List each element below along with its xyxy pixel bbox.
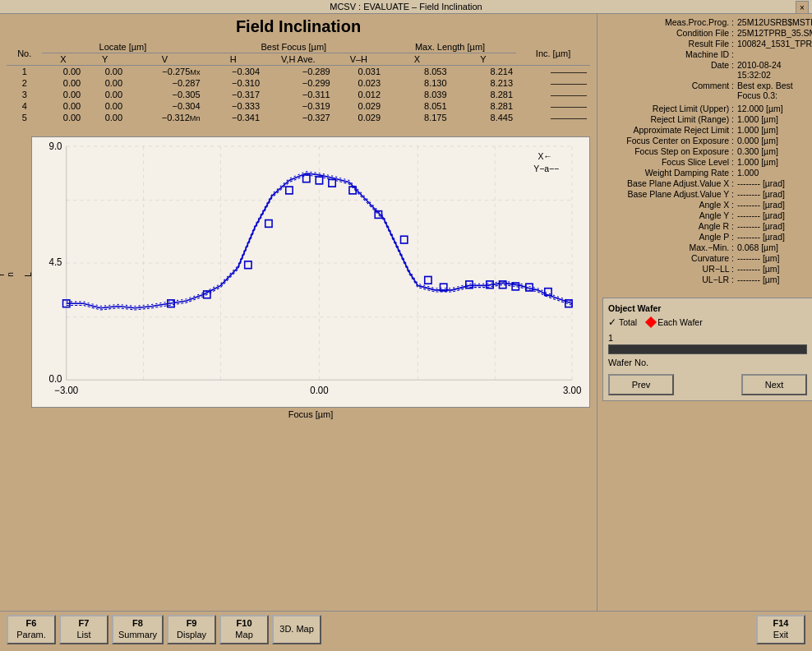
angle-r-value: -------- [µrad] <box>737 221 785 231</box>
angle-p-label: Angle P : <box>602 232 734 242</box>
col-v: V <box>126 53 203 66</box>
result-file-label: Result File : <box>602 39 734 48</box>
date-label: Date : <box>602 60 734 80</box>
col-no: No. <box>7 41 42 66</box>
result-file-value: 100824_1531_TPRB.ME <box>737 39 812 48</box>
col-mly: Y <box>450 53 517 66</box>
cell-y: 0.00 <box>84 77 126 89</box>
cell-inc: ———— <box>516 89 590 100</box>
f9-display-button[interactable]: F9 Display <box>167 615 216 644</box>
cell-h: −0.333 <box>204 100 263 112</box>
col-inc: Inc. [µm] <box>516 41 590 66</box>
3d-map-button[interactable]: 3D. Map <box>272 615 321 644</box>
cell-mly: 8.213 <box>450 77 517 89</box>
x-axis-label: Focus [µm] <box>31 409 590 419</box>
total-option[interactable]: ✓ Total <box>608 316 637 328</box>
col-mlx: X <box>384 53 450 66</box>
svg-rect-28 <box>329 179 335 187</box>
cell-vhave: −0.299 <box>263 77 334 89</box>
cell-vhave: −0.319 <box>263 100 334 112</box>
col-h: H <box>204 53 263 66</box>
cell-mly: 8.445 <box>450 112 517 123</box>
each-wafer-diamond-icon <box>645 316 657 328</box>
cell-inc: ———— <box>516 66 590 78</box>
close-button[interactable]: × <box>796 1 809 14</box>
cell-y: 0.00 <box>84 89 126 100</box>
angle-x-label: Angle X : <box>602 200 734 210</box>
cell-no: 5 <box>7 112 42 123</box>
cell-vhave: −0.311 <box>263 89 334 100</box>
table-row: 3 0.00 0.00 −0.305 −0.317 −0.311 0.012 8… <box>7 89 590 100</box>
total-check-icon: ✓ <box>608 316 616 328</box>
each-wafer-option[interactable]: Each Wafer <box>647 317 702 327</box>
total-label: Total <box>619 317 637 327</box>
focus-step-value: 0.300 [µm] <box>737 146 778 156</box>
focus-center-label: Focus Center on Exposure : <box>602 136 734 145</box>
cell-x: 0.00 <box>42 112 84 123</box>
angle-p-value: -------- [µrad] <box>737 232 785 242</box>
svg-rect-23 <box>245 261 251 269</box>
ul-lr-label: UL−LR : <box>602 275 734 284</box>
svg-text:Y−a−−: Y−a−− <box>533 163 559 173</box>
approx-reject-label: Approximate Reject Limit : <box>602 125 734 135</box>
next-button[interactable]: Next <box>741 374 807 395</box>
cell-x: 0.00 <box>42 89 84 100</box>
col-bestfocus: Best Focus [µm] <box>204 41 385 53</box>
cell-v: −0.287 <box>126 77 203 89</box>
col-y: Y <box>84 53 126 66</box>
cell-no: 2 <box>7 77 42 89</box>
cell-v: −0.275Mx <box>126 66 203 78</box>
prev-button[interactable]: Prev <box>608 374 674 395</box>
cell-mlx: 8.175 <box>384 112 450 123</box>
angle-r-label: Angle R : <box>602 221 734 231</box>
ur-ll-label: UR−LL : <box>602 264 734 274</box>
angle-y-value: -------- [µrad] <box>737 210 785 220</box>
cell-mlx: 8.130 <box>384 77 450 89</box>
cell-mlx: 8.039 <box>384 89 450 100</box>
cell-inc: ———— <box>516 112 590 123</box>
svg-text:0.0: 0.0 <box>49 373 62 384</box>
cell-vhdiff: 0.023 <box>334 77 384 89</box>
cell-x: 0.00 <box>42 77 84 89</box>
cell-x: 0.00 <box>42 66 84 78</box>
focus-slice-label: Focus Slice Level : <box>602 157 734 167</box>
cell-h: −0.304 <box>204 66 263 78</box>
chart-area: 9.0 4.5 0.0 −3.00 0.00 3.00 X← Y−a−− <box>31 136 590 408</box>
machine-id-label: Machine ID : <box>602 49 734 59</box>
f10-map-button[interactable]: F10 Map <box>219 615 269 644</box>
cell-vhdiff: 0.029 <box>334 112 384 123</box>
f8-summary-button[interactable]: F8 Summary <box>112 615 164 644</box>
page-title: Field Inclination <box>7 17 590 36</box>
each-wafer-label: Each Wafer <box>657 317 702 327</box>
ul-lr-value: -------- [µm] <box>737 275 780 284</box>
svg-rect-25 <box>286 187 293 194</box>
wafer-progress-fill <box>609 345 806 353</box>
f7-list-button[interactable]: F7 List <box>59 615 108 644</box>
f6-param-button[interactable]: F6 Param. <box>7 615 56 644</box>
bottom-toolbar: F6 Param. F7 List F8 Summary F9 Display … <box>0 611 812 647</box>
cell-no: 4 <box>7 100 42 112</box>
col-vh: V–H <box>334 53 384 66</box>
cell-h: −0.341 <box>204 112 263 123</box>
cell-h: −0.310 <box>204 77 263 89</box>
cell-inc: ———— <box>516 77 590 89</box>
angle-x-value: -------- [µrad] <box>737 200 785 210</box>
reject-range-value: 1.000 [µm] <box>737 114 778 124</box>
curvature-value: -------- [µm] <box>737 253 780 263</box>
left-panel: Field Inclination No. Locate [µm] Best F… <box>0 14 597 611</box>
curvature-label: Curvature : <box>602 253 734 263</box>
object-wafer-title: Object Wafer <box>608 303 807 313</box>
base-plane-x-label: Base Plane Adjust.Value X : <box>602 178 734 188</box>
cell-no: 1 <box>7 66 42 78</box>
table-row: 5 0.00 0.00 −0.312Mn −0.341 −0.327 0.029… <box>7 112 590 123</box>
date-value: 2010-08-24 15:32:02 <box>737 60 812 80</box>
nav-buttons: Prev Next <box>608 374 807 395</box>
svg-text:−3.00: −3.00 <box>54 384 78 395</box>
approx-reject-value: 1.000 [µm] <box>737 125 778 135</box>
svg-text:9.0: 9.0 <box>49 141 62 151</box>
base-plane-x-value: -------- [µrad] <box>737 178 785 188</box>
svg-rect-31 <box>401 236 408 243</box>
f14-exit-button[interactable]: F14 Exit <box>756 615 805 644</box>
cell-mlx: 8.051 <box>384 100 450 112</box>
wafer-no-label: Wafer No. <box>608 358 807 367</box>
